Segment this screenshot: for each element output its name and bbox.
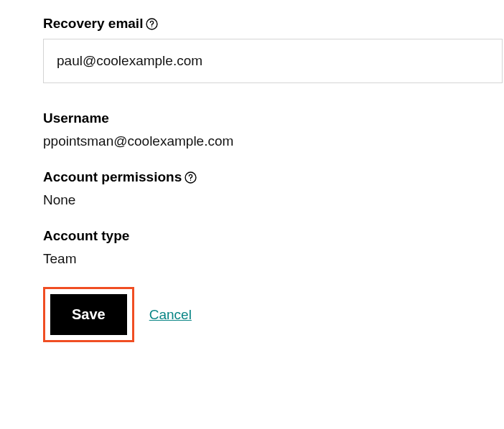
svg-point-3 bbox=[190, 179, 191, 180]
username-group: Username ppointsman@coolexample.com bbox=[43, 110, 504, 149]
permissions-label: Account permissions bbox=[43, 169, 504, 185]
account-type-group: Account type Team bbox=[43, 228, 504, 267]
cancel-link[interactable]: Cancel bbox=[149, 307, 192, 323]
save-highlight-box: Save bbox=[43, 287, 134, 342]
permissions-value: None bbox=[43, 192, 504, 208]
permissions-label-text: Account permissions bbox=[43, 169, 182, 185]
recovery-email-label-text: Recovery email bbox=[43, 16, 143, 32]
help-icon[interactable] bbox=[185, 171, 197, 184]
recovery-email-label: Recovery email bbox=[43, 16, 504, 32]
save-button[interactable]: Save bbox=[50, 294, 127, 335]
account-type-label: Account type bbox=[43, 228, 504, 244]
permissions-group: Account permissions None bbox=[43, 169, 504, 208]
help-icon[interactable] bbox=[146, 18, 158, 30]
username-label: Username bbox=[43, 110, 504, 126]
recovery-email-input[interactable] bbox=[43, 39, 503, 83]
account-type-value: Team bbox=[43, 251, 504, 267]
actions-row: Save Cancel bbox=[43, 287, 504, 342]
username-value: ppointsman@coolexample.com bbox=[43, 133, 504, 149]
recovery-email-group: Recovery email bbox=[43, 16, 504, 83]
svg-point-1 bbox=[151, 26, 152, 27]
